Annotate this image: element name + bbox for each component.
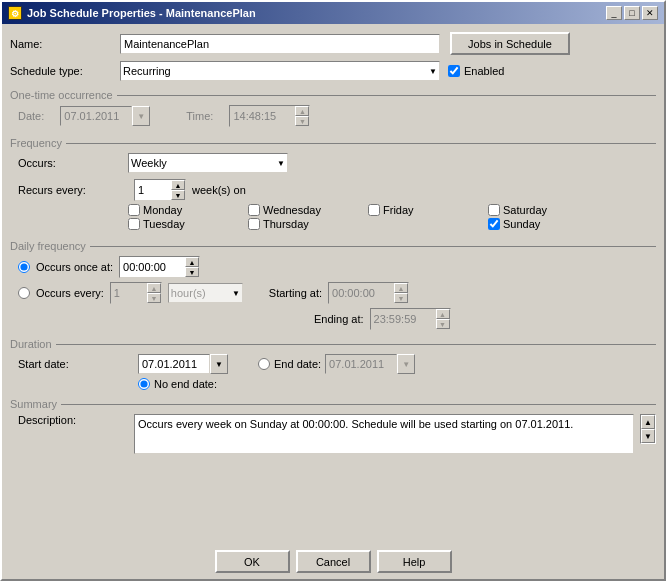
monday-day: Monday — [128, 204, 248, 216]
saturday-label: Saturday — [503, 204, 547, 216]
occurs-every-spin-buttons: ▲ ▼ — [147, 283, 161, 303]
tuesday-checkbox[interactable] — [128, 218, 140, 230]
one-time-section-content: Date: ▼ Time: ▲ ▼ — [10, 105, 656, 127]
one-time-time-input — [230, 106, 295, 126]
end-date-dropdown-button: ▼ — [397, 354, 415, 374]
thursday-day: Thursday — [248, 218, 368, 230]
maximize-button[interactable]: □ — [624, 6, 640, 20]
jobs-in-schedule-button[interactable]: Jobs in Schedule — [450, 32, 570, 55]
daily-freq-section-label: Daily frequency — [10, 240, 86, 252]
name-row: Name: Jobs in Schedule — [10, 32, 656, 55]
wednesday-day: Wednesday — [248, 204, 368, 216]
end-date-radio-label: End date: — [274, 358, 321, 370]
recurs-every-row: Recurs every: ▲ ▼ week(s) on — [18, 179, 656, 201]
ok-button[interactable]: OK — [215, 550, 290, 573]
one-time-date-input — [60, 106, 132, 126]
schedule-type-row: Schedule type: One time Recurring Start … — [10, 61, 656, 81]
recurs-spin: ▲ ▼ — [134, 179, 186, 201]
starting-at-spin: ▲ ▼ — [328, 282, 409, 304]
description-scrollbar[interactable]: ▲ ▼ — [640, 414, 656, 444]
close-button[interactable]: ✕ — [642, 6, 658, 20]
starting-at-down-button: ▼ — [394, 293, 408, 303]
minimize-button[interactable]: _ — [606, 6, 622, 20]
end-date-radio[interactable] — [258, 358, 270, 370]
no-end-date-row: No end date: — [138, 378, 656, 390]
occurs-every-unit-dropdown: hour(s) minute(s) second(s) — [168, 283, 243, 303]
no-end-date-radio[interactable] — [138, 378, 150, 390]
schedule-type-dropdown[interactable]: One time Recurring Start automatically S… — [120, 61, 440, 81]
friday-day: Friday — [368, 204, 488, 216]
one-time-time-down-button: ▼ — [295, 116, 309, 126]
occurs-every-up-button: ▲ — [147, 283, 161, 293]
one-time-time-spin: ▲ ▼ — [229, 105, 310, 127]
occurs-once-time-input[interactable] — [120, 257, 185, 277]
end-date-radio-wrapper: End date: ▼ — [258, 354, 415, 374]
one-time-section-header: One-time occurrence — [10, 89, 656, 101]
start-date-input[interactable] — [138, 354, 210, 374]
wednesday-checkbox[interactable] — [248, 204, 260, 216]
title-bar-text: ⚙ Job Schedule Properties - MaintenanceP… — [8, 6, 256, 20]
cancel-button[interactable]: Cancel — [296, 550, 371, 573]
recurs-spin-buttons: ▲ ▼ — [171, 180, 185, 200]
ending-at-label: Ending at: — [314, 313, 364, 325]
start-date-dropdown-button[interactable]: ▼ — [210, 354, 228, 374]
occurs-every-input — [111, 283, 147, 303]
saturday-checkbox[interactable] — [488, 204, 500, 216]
content-area: Name: Jobs in Schedule Schedule type: On… — [2, 24, 664, 544]
summary-section-label: Summary — [10, 398, 57, 410]
occurs-every-label: Occurs every: — [36, 287, 104, 299]
occurs-row: Occurs: Daily Weekly Monthly — [18, 153, 656, 173]
friday-checkbox[interactable] — [368, 204, 380, 216]
sunday-checkbox[interactable] — [488, 218, 500, 230]
occurs-label: Occurs: — [18, 157, 128, 169]
summary-section-header: Summary — [10, 398, 656, 410]
occurs-every-row: Occurs every: ▲ ▼ hour(s) minute(s) seco… — [18, 282, 656, 304]
enabled-label: Enabled — [464, 65, 504, 77]
title-bar: ⚙ Job Schedule Properties - MaintenanceP… — [2, 2, 664, 24]
wednesday-label: Wednesday — [263, 204, 321, 216]
occurs-once-spin-buttons: ▲ ▼ — [185, 257, 199, 277]
recurs-up-button[interactable]: ▲ — [171, 180, 185, 190]
help-button[interactable]: Help — [377, 550, 452, 573]
scroll-down-button[interactable]: ▼ — [641, 429, 655, 443]
recurs-every-input[interactable] — [135, 180, 171, 200]
daily-freq-section-header: Daily frequency — [10, 240, 656, 252]
starting-at-input — [329, 283, 394, 303]
ending-at-input — [371, 309, 436, 329]
description-text: Occurs every week on Sunday at 00:00:00.… — [134, 414, 634, 454]
occurs-dropdown[interactable]: Daily Weekly Monthly — [128, 153, 288, 173]
recurs-down-button[interactable]: ▼ — [171, 190, 185, 200]
one-time-date-dropdown-button: ▼ — [132, 106, 150, 126]
one-time-time-up-button: ▲ — [295, 106, 309, 116]
recurs-suffix: week(s) on — [192, 184, 246, 196]
daily-freq-section-content: Occurs once at: ▲ ▼ Occurs every: ▲ — [10, 256, 656, 330]
duration-row1: Start date: ▼ End date: ▼ — [18, 354, 656, 374]
occurs-once-radio[interactable] — [18, 261, 30, 273]
thursday-checkbox[interactable] — [248, 218, 260, 230]
occurs-once-time-spin: ▲ ▼ — [119, 256, 200, 278]
friday-label: Friday — [383, 204, 414, 216]
starting-at-up-button: ▲ — [394, 283, 408, 293]
one-time-time-label: Time: — [186, 110, 213, 122]
occurs-once-up-button[interactable]: ▲ — [185, 257, 199, 267]
name-label: Name: — [10, 38, 120, 50]
one-time-section-label: One-time occurrence — [10, 89, 113, 101]
bottom-buttons: OK Cancel Help — [2, 544, 664, 579]
duration-section-label: Duration — [10, 338, 52, 350]
schedule-type-label: Schedule type: — [10, 65, 120, 77]
duration-section-content: Start date: ▼ End date: ▼ No end date: — [10, 354, 656, 390]
monday-checkbox[interactable] — [128, 204, 140, 216]
monday-label: Monday — [143, 204, 182, 216]
sunday-label: Sunday — [503, 218, 540, 230]
enabled-checkbox[interactable] — [448, 65, 460, 77]
ending-at-spin-buttons: ▲ ▼ — [436, 309, 450, 329]
frequency-section-content: Occurs: Daily Weekly Monthly Recurs ever… — [10, 153, 656, 232]
occurs-once-row: Occurs once at: ▲ ▼ — [18, 256, 656, 278]
blank-day — [368, 218, 488, 230]
occurs-every-radio[interactable] — [18, 287, 30, 299]
occurs-once-down-button[interactable]: ▼ — [185, 267, 199, 277]
scroll-up-button[interactable]: ▲ — [641, 415, 655, 429]
name-input[interactable] — [120, 34, 440, 54]
description-label: Description: — [18, 414, 128, 426]
tuesday-label: Tuesday — [143, 218, 185, 230]
